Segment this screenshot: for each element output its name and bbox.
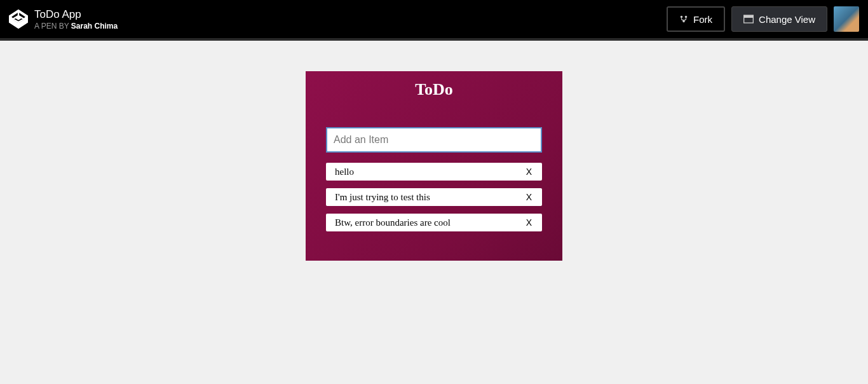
todo-item: Btw, error boundaries are cool X	[326, 214, 542, 231]
layout-icon	[743, 15, 754, 24]
user-avatar[interactable]	[834, 6, 859, 32]
todo-text: I'm just trying to test this	[335, 192, 430, 203]
header-right: Fork Change View	[667, 6, 859, 32]
todo-text: hello	[335, 167, 354, 177]
change-view-button[interactable]: Change View	[731, 6, 827, 32]
header-left: ToDo App A PEN BY Sarah Chima	[9, 8, 118, 31]
pen-subtitle: A PEN BY Sarah Chima	[34, 22, 118, 31]
todo-text: Btw, error boundaries are cool	[335, 217, 451, 228]
delete-button[interactable]: X	[525, 192, 533, 202]
todo-item: I'm just trying to test this X	[326, 188, 542, 206]
delete-button[interactable]: X	[525, 217, 533, 228]
todo-list: hello X I'm just trying to test this X B…	[326, 163, 542, 231]
svg-rect-12	[744, 15, 754, 18]
add-item-input[interactable]	[326, 127, 542, 153]
svg-point-9	[685, 16, 688, 18]
delete-button[interactable]: X	[525, 167, 533, 177]
svg-point-8	[681, 16, 683, 18]
fork-label: Fork	[693, 14, 712, 25]
preview-pane: ToDo hello X I'm just trying to test thi…	[0, 41, 868, 384]
title-block: ToDo App A PEN BY Sarah Chima	[34, 8, 118, 31]
fork-button[interactable]: Fork	[667, 6, 725, 32]
fork-icon	[679, 15, 688, 24]
todo-card: ToDo hello X I'm just trying to test thi…	[306, 71, 562, 261]
pen-title: ToDo App	[34, 8, 118, 21]
subtitle-prefix: A PEN BY	[34, 22, 71, 31]
todo-heading: ToDo	[326, 80, 542, 99]
pen-author[interactable]: Sarah Chima	[71, 22, 118, 31]
codepen-logo-icon[interactable]	[9, 10, 28, 29]
change-view-label: Change View	[759, 14, 815, 25]
codepen-header: ToDo App A PEN BY Sarah Chima Fork Chang…	[0, 0, 868, 41]
todo-item: hello X	[326, 163, 542, 181]
